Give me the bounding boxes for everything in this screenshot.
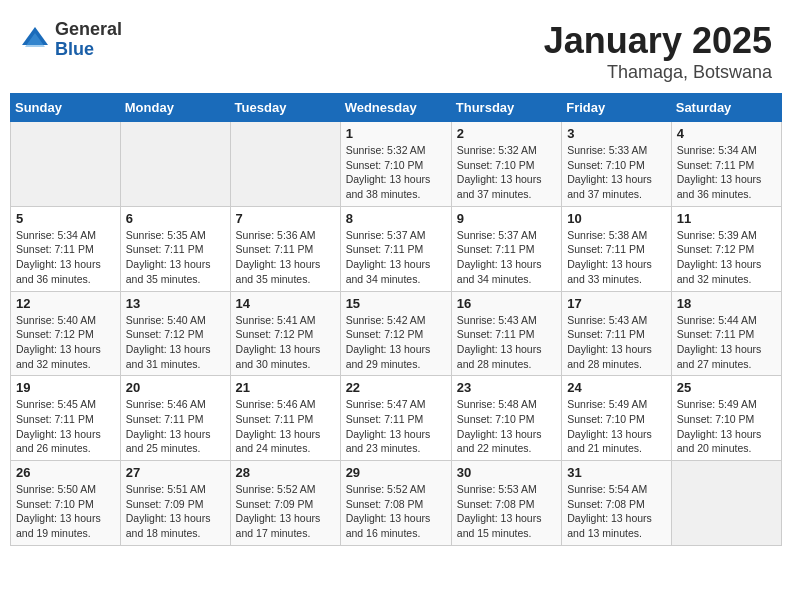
day-info: Sunrise: 5:44 AM Sunset: 7:11 PM Dayligh… <box>677 313 776 372</box>
weekday-header-thursday: Thursday <box>451 94 561 122</box>
day-info: Sunrise: 5:33 AM Sunset: 7:10 PM Dayligh… <box>567 143 666 202</box>
day-number: 14 <box>236 296 335 311</box>
calendar-cell: 6Sunrise: 5:35 AM Sunset: 7:11 PM Daylig… <box>120 206 230 291</box>
weekday-header-sunday: Sunday <box>11 94 121 122</box>
calendar-cell: 28Sunrise: 5:52 AM Sunset: 7:09 PM Dayli… <box>230 461 340 546</box>
day-number: 31 <box>567 465 666 480</box>
calendar-cell: 27Sunrise: 5:51 AM Sunset: 7:09 PM Dayli… <box>120 461 230 546</box>
day-number: 1 <box>346 126 446 141</box>
weekday-row: SundayMondayTuesdayWednesdayThursdayFrid… <box>11 94 782 122</box>
day-info: Sunrise: 5:34 AM Sunset: 7:11 PM Dayligh… <box>16 228 115 287</box>
calendar-cell: 18Sunrise: 5:44 AM Sunset: 7:11 PM Dayli… <box>671 291 781 376</box>
title-block: January 2025 Thamaga, Botswana <box>544 20 772 83</box>
day-number: 12 <box>16 296 115 311</box>
day-info: Sunrise: 5:50 AM Sunset: 7:10 PM Dayligh… <box>16 482 115 541</box>
calendar-cell <box>120 122 230 207</box>
calendar-cell: 21Sunrise: 5:46 AM Sunset: 7:11 PM Dayli… <box>230 376 340 461</box>
calendar-cell: 15Sunrise: 5:42 AM Sunset: 7:12 PM Dayli… <box>340 291 451 376</box>
day-info: Sunrise: 5:34 AM Sunset: 7:11 PM Dayligh… <box>677 143 776 202</box>
calendar-cell <box>230 122 340 207</box>
calendar-cell: 24Sunrise: 5:49 AM Sunset: 7:10 PM Dayli… <box>562 376 672 461</box>
day-number: 7 <box>236 211 335 226</box>
calendar-cell: 7Sunrise: 5:36 AM Sunset: 7:11 PM Daylig… <box>230 206 340 291</box>
day-number: 5 <box>16 211 115 226</box>
logo-general: General <box>55 20 122 40</box>
calendar-cell: 5Sunrise: 5:34 AM Sunset: 7:11 PM Daylig… <box>11 206 121 291</box>
calendar-cell: 26Sunrise: 5:50 AM Sunset: 7:10 PM Dayli… <box>11 461 121 546</box>
calendar-header: SundayMondayTuesdayWednesdayThursdayFrid… <box>11 94 782 122</box>
logo-icon <box>20 25 50 55</box>
day-number: 29 <box>346 465 446 480</box>
calendar-table: SundayMondayTuesdayWednesdayThursdayFrid… <box>10 93 782 546</box>
calendar-cell: 19Sunrise: 5:45 AM Sunset: 7:11 PM Dayli… <box>11 376 121 461</box>
day-number: 16 <box>457 296 556 311</box>
calendar-cell: 16Sunrise: 5:43 AM Sunset: 7:11 PM Dayli… <box>451 291 561 376</box>
calendar-week-3: 12Sunrise: 5:40 AM Sunset: 7:12 PM Dayli… <box>11 291 782 376</box>
title-month: January 2025 <box>544 20 772 62</box>
day-info: Sunrise: 5:46 AM Sunset: 7:11 PM Dayligh… <box>126 397 225 456</box>
day-info: Sunrise: 5:41 AM Sunset: 7:12 PM Dayligh… <box>236 313 335 372</box>
calendar-cell: 22Sunrise: 5:47 AM Sunset: 7:11 PM Dayli… <box>340 376 451 461</box>
calendar-cell: 25Sunrise: 5:49 AM Sunset: 7:10 PM Dayli… <box>671 376 781 461</box>
day-info: Sunrise: 5:48 AM Sunset: 7:10 PM Dayligh… <box>457 397 556 456</box>
day-info: Sunrise: 5:47 AM Sunset: 7:11 PM Dayligh… <box>346 397 446 456</box>
day-number: 17 <box>567 296 666 311</box>
calendar-cell: 13Sunrise: 5:40 AM Sunset: 7:12 PM Dayli… <box>120 291 230 376</box>
calendar-cell <box>671 461 781 546</box>
calendar-cell: 29Sunrise: 5:52 AM Sunset: 7:08 PM Dayli… <box>340 461 451 546</box>
day-number: 28 <box>236 465 335 480</box>
day-info: Sunrise: 5:40 AM Sunset: 7:12 PM Dayligh… <box>16 313 115 372</box>
logo-text: General Blue <box>55 20 122 60</box>
day-number: 10 <box>567 211 666 226</box>
day-info: Sunrise: 5:52 AM Sunset: 7:08 PM Dayligh… <box>346 482 446 541</box>
day-number: 22 <box>346 380 446 395</box>
calendar-week-2: 5Sunrise: 5:34 AM Sunset: 7:11 PM Daylig… <box>11 206 782 291</box>
calendar-cell: 1Sunrise: 5:32 AM Sunset: 7:10 PM Daylig… <box>340 122 451 207</box>
calendar-cell: 31Sunrise: 5:54 AM Sunset: 7:08 PM Dayli… <box>562 461 672 546</box>
calendar-week-5: 26Sunrise: 5:50 AM Sunset: 7:10 PM Dayli… <box>11 461 782 546</box>
weekday-header-wednesday: Wednesday <box>340 94 451 122</box>
day-info: Sunrise: 5:53 AM Sunset: 7:08 PM Dayligh… <box>457 482 556 541</box>
day-info: Sunrise: 5:37 AM Sunset: 7:11 PM Dayligh… <box>457 228 556 287</box>
calendar-body: 1Sunrise: 5:32 AM Sunset: 7:10 PM Daylig… <box>11 122 782 546</box>
weekday-header-tuesday: Tuesday <box>230 94 340 122</box>
calendar-cell: 20Sunrise: 5:46 AM Sunset: 7:11 PM Dayli… <box>120 376 230 461</box>
day-number: 23 <box>457 380 556 395</box>
page-header: General Blue January 2025 Thamaga, Botsw… <box>10 10 782 88</box>
day-info: Sunrise: 5:46 AM Sunset: 7:11 PM Dayligh… <box>236 397 335 456</box>
day-number: 20 <box>126 380 225 395</box>
calendar-week-1: 1Sunrise: 5:32 AM Sunset: 7:10 PM Daylig… <box>11 122 782 207</box>
logo: General Blue <box>20 20 122 60</box>
calendar-cell: 23Sunrise: 5:48 AM Sunset: 7:10 PM Dayli… <box>451 376 561 461</box>
day-info: Sunrise: 5:37 AM Sunset: 7:11 PM Dayligh… <box>346 228 446 287</box>
day-number: 11 <box>677 211 776 226</box>
day-info: Sunrise: 5:45 AM Sunset: 7:11 PM Dayligh… <box>16 397 115 456</box>
day-info: Sunrise: 5:43 AM Sunset: 7:11 PM Dayligh… <box>457 313 556 372</box>
day-number: 30 <box>457 465 556 480</box>
calendar-cell: 8Sunrise: 5:37 AM Sunset: 7:11 PM Daylig… <box>340 206 451 291</box>
day-info: Sunrise: 5:36 AM Sunset: 7:11 PM Dayligh… <box>236 228 335 287</box>
day-number: 27 <box>126 465 225 480</box>
calendar-week-4: 19Sunrise: 5:45 AM Sunset: 7:11 PM Dayli… <box>11 376 782 461</box>
day-info: Sunrise: 5:32 AM Sunset: 7:10 PM Dayligh… <box>346 143 446 202</box>
day-number: 8 <box>346 211 446 226</box>
title-location: Thamaga, Botswana <box>544 62 772 83</box>
day-number: 15 <box>346 296 446 311</box>
day-info: Sunrise: 5:51 AM Sunset: 7:09 PM Dayligh… <box>126 482 225 541</box>
calendar-cell: 4Sunrise: 5:34 AM Sunset: 7:11 PM Daylig… <box>671 122 781 207</box>
weekday-header-saturday: Saturday <box>671 94 781 122</box>
calendar-cell <box>11 122 121 207</box>
day-info: Sunrise: 5:54 AM Sunset: 7:08 PM Dayligh… <box>567 482 666 541</box>
calendar-cell: 2Sunrise: 5:32 AM Sunset: 7:10 PM Daylig… <box>451 122 561 207</box>
day-number: 4 <box>677 126 776 141</box>
day-number: 21 <box>236 380 335 395</box>
day-number: 9 <box>457 211 556 226</box>
day-number: 3 <box>567 126 666 141</box>
day-info: Sunrise: 5:49 AM Sunset: 7:10 PM Dayligh… <box>677 397 776 456</box>
day-number: 2 <box>457 126 556 141</box>
weekday-header-friday: Friday <box>562 94 672 122</box>
day-info: Sunrise: 5:32 AM Sunset: 7:10 PM Dayligh… <box>457 143 556 202</box>
day-info: Sunrise: 5:49 AM Sunset: 7:10 PM Dayligh… <box>567 397 666 456</box>
day-number: 26 <box>16 465 115 480</box>
day-info: Sunrise: 5:35 AM Sunset: 7:11 PM Dayligh… <box>126 228 225 287</box>
